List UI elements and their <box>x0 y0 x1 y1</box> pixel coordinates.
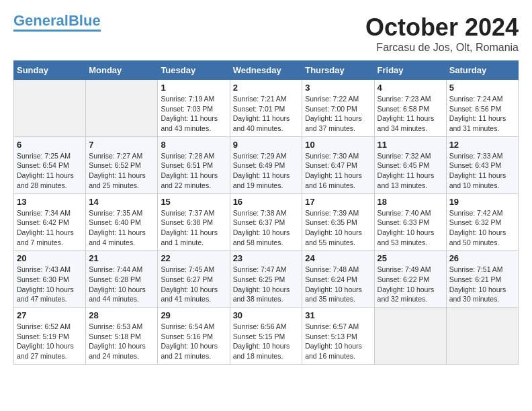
day-info: Sunrise: 7:19 AM Sunset: 7:03 PM Dayligh… <box>161 94 226 134</box>
day-number: 3 <box>305 83 371 93</box>
calendar-cell <box>374 308 446 365</box>
day-info: Sunrise: 7:34 AM Sunset: 6:42 PM Dayligh… <box>17 208 83 248</box>
day-number: 23 <box>233 253 300 263</box>
day-number: 25 <box>378 253 443 263</box>
header-wednesday: Wednesday <box>230 61 302 80</box>
calendar-cell: 29Sunrise: 6:54 AM Sunset: 5:16 PM Dayli… <box>158 308 230 365</box>
day-number: 20 <box>17 253 83 263</box>
month-title: October 2024 <box>365 13 519 42</box>
logo-blue: Blue <box>69 12 101 29</box>
day-number: 22 <box>161 253 226 263</box>
day-number: 29 <box>161 310 226 320</box>
calendar-week-row-4: 20Sunrise: 7:43 AM Sunset: 6:30 PM Dayli… <box>14 250 519 308</box>
day-info: Sunrise: 7:29 AM Sunset: 6:49 PM Dayligh… <box>233 151 300 191</box>
calendar-cell: 26Sunrise: 7:51 AM Sunset: 6:21 PM Dayli… <box>446 250 518 308</box>
day-info: Sunrise: 7:40 AM Sunset: 6:33 PM Dayligh… <box>378 208 443 248</box>
location-subtitle: Farcasu de Jos, Olt, Romania <box>365 42 519 54</box>
day-info: Sunrise: 6:56 AM Sunset: 5:15 PM Dayligh… <box>233 322 300 361</box>
day-number: 10 <box>305 140 371 150</box>
day-number: 13 <box>17 197 83 207</box>
day-info: Sunrise: 7:42 AM Sunset: 6:32 PM Dayligh… <box>449 208 515 248</box>
calendar-cell: 4Sunrise: 7:23 AM Sunset: 6:58 PM Daylig… <box>374 80 446 137</box>
day-info: Sunrise: 7:45 AM Sunset: 6:27 PM Dayligh… <box>161 265 226 304</box>
day-number: 8 <box>161 140 226 150</box>
day-info: Sunrise: 7:48 AM Sunset: 6:24 PM Dayligh… <box>305 265 371 304</box>
calendar-cell: 27Sunrise: 6:52 AM Sunset: 5:19 PM Dayli… <box>14 308 86 365</box>
day-number: 19 <box>449 197 515 207</box>
day-number: 16 <box>233 197 300 207</box>
day-info: Sunrise: 7:23 AM Sunset: 6:58 PM Dayligh… <box>378 94 443 134</box>
calendar-cell: 8Sunrise: 7:28 AM Sunset: 6:51 PM Daylig… <box>158 136 230 193</box>
logo-general: General <box>13 12 69 29</box>
day-info: Sunrise: 7:28 AM Sunset: 6:51 PM Dayligh… <box>161 151 226 191</box>
day-info: Sunrise: 7:51 AM Sunset: 6:21 PM Dayligh… <box>449 265 515 304</box>
header-saturday: Saturday <box>446 61 518 80</box>
day-number: 7 <box>89 140 154 150</box>
day-info: Sunrise: 7:43 AM Sunset: 6:30 PM Dayligh… <box>17 265 83 304</box>
day-number: 31 <box>305 310 371 320</box>
day-number: 4 <box>378 83 443 93</box>
day-number: 27 <box>17 310 83 320</box>
calendar-cell: 3Sunrise: 7:22 AM Sunset: 7:00 PM Daylig… <box>302 80 374 137</box>
calendar-cell: 6Sunrise: 7:25 AM Sunset: 6:54 PM Daylig… <box>14 136 86 193</box>
calendar-week-row-1: 1Sunrise: 7:19 AM Sunset: 7:03 PM Daylig… <box>14 80 519 137</box>
calendar-cell: 13Sunrise: 7:34 AM Sunset: 6:42 PM Dayli… <box>14 193 86 250</box>
day-number: 24 <box>305 253 371 263</box>
calendar-cell: 5Sunrise: 7:24 AM Sunset: 6:56 PM Daylig… <box>446 80 518 137</box>
logo-text: GeneralBlue <box>13 13 101 28</box>
day-number: 30 <box>233 310 300 320</box>
logo-underline <box>13 30 101 32</box>
calendar-cell: 30Sunrise: 6:56 AM Sunset: 5:15 PM Dayli… <box>230 308 302 365</box>
day-info: Sunrise: 7:24 AM Sunset: 6:56 PM Dayligh… <box>449 94 515 134</box>
calendar-cell: 23Sunrise: 7:47 AM Sunset: 6:25 PM Dayli… <box>230 250 302 308</box>
day-number: 15 <box>161 197 226 207</box>
calendar-cell: 14Sunrise: 7:35 AM Sunset: 6:40 PM Dayli… <box>86 193 158 250</box>
calendar-cell: 7Sunrise: 7:27 AM Sunset: 6:52 PM Daylig… <box>86 136 158 193</box>
day-number: 14 <box>89 197 154 207</box>
day-info: Sunrise: 6:54 AM Sunset: 5:16 PM Dayligh… <box>161 322 226 361</box>
day-info: Sunrise: 7:35 AM Sunset: 6:40 PM Dayligh… <box>89 208 154 248</box>
calendar-cell: 21Sunrise: 7:44 AM Sunset: 6:28 PM Dayli… <box>86 250 158 308</box>
page-header: GeneralBlue October 2024 Farcasu de Jos,… <box>13 13 519 54</box>
header-sunday: Sunday <box>14 61 86 80</box>
day-info: Sunrise: 7:27 AM Sunset: 6:52 PM Dayligh… <box>89 151 154 191</box>
calendar-week-row-3: 13Sunrise: 7:34 AM Sunset: 6:42 PM Dayli… <box>14 193 519 250</box>
day-info: Sunrise: 6:53 AM Sunset: 5:18 PM Dayligh… <box>89 322 154 361</box>
day-info: Sunrise: 7:30 AM Sunset: 6:47 PM Dayligh… <box>305 151 371 191</box>
title-section: October 2024 Farcasu de Jos, Olt, Romani… <box>365 13 519 54</box>
calendar-cell: 11Sunrise: 7:32 AM Sunset: 6:45 PM Dayli… <box>374 136 446 193</box>
day-info: Sunrise: 7:33 AM Sunset: 6:43 PM Dayligh… <box>449 151 515 191</box>
calendar-cell: 1Sunrise: 7:19 AM Sunset: 7:03 PM Daylig… <box>158 80 230 137</box>
calendar-table: Sunday Monday Tuesday Wednesday Thursday… <box>13 60 519 365</box>
calendar-cell: 19Sunrise: 7:42 AM Sunset: 6:32 PM Dayli… <box>446 193 518 250</box>
day-number: 21 <box>89 253 154 263</box>
day-info: Sunrise: 7:21 AM Sunset: 7:01 PM Dayligh… <box>233 94 300 134</box>
calendar-header-row: Sunday Monday Tuesday Wednesday Thursday… <box>14 61 519 80</box>
day-number: 11 <box>378 140 443 150</box>
calendar-cell: 25Sunrise: 7:49 AM Sunset: 6:22 PM Dayli… <box>374 250 446 308</box>
day-info: Sunrise: 6:57 AM Sunset: 5:13 PM Dayligh… <box>305 322 371 361</box>
day-info: Sunrise: 7:22 AM Sunset: 7:00 PM Dayligh… <box>305 94 371 134</box>
day-info: Sunrise: 7:38 AM Sunset: 6:37 PM Dayligh… <box>233 208 300 248</box>
calendar-week-row-2: 6Sunrise: 7:25 AM Sunset: 6:54 PM Daylig… <box>14 136 519 193</box>
calendar-cell: 28Sunrise: 6:53 AM Sunset: 5:18 PM Dayli… <box>86 308 158 365</box>
day-info: Sunrise: 7:32 AM Sunset: 6:45 PM Dayligh… <box>378 151 443 191</box>
day-number: 9 <box>233 140 300 150</box>
day-number: 18 <box>378 197 443 207</box>
header-friday: Friday <box>374 61 446 80</box>
day-number: 6 <box>17 140 83 150</box>
calendar-cell: 18Sunrise: 7:40 AM Sunset: 6:33 PM Dayli… <box>374 193 446 250</box>
day-number: 26 <box>449 253 515 263</box>
calendar-cell: 9Sunrise: 7:29 AM Sunset: 6:49 PM Daylig… <box>230 136 302 193</box>
calendar-cell: 20Sunrise: 7:43 AM Sunset: 6:30 PM Dayli… <box>14 250 86 308</box>
day-number: 2 <box>233 83 300 93</box>
day-number: 1 <box>161 83 226 93</box>
calendar-cell: 31Sunrise: 6:57 AM Sunset: 5:13 PM Dayli… <box>302 308 374 365</box>
calendar-cell <box>86 80 158 137</box>
calendar-cell: 12Sunrise: 7:33 AM Sunset: 6:43 PM Dayli… <box>446 136 518 193</box>
day-info: Sunrise: 7:47 AM Sunset: 6:25 PM Dayligh… <box>233 265 300 304</box>
day-info: Sunrise: 7:49 AM Sunset: 6:22 PM Dayligh… <box>378 265 443 304</box>
calendar-week-row-5: 27Sunrise: 6:52 AM Sunset: 5:19 PM Dayli… <box>14 308 519 365</box>
calendar-cell: 15Sunrise: 7:37 AM Sunset: 6:38 PM Dayli… <box>158 193 230 250</box>
day-info: Sunrise: 6:52 AM Sunset: 5:19 PM Dayligh… <box>17 322 83 361</box>
